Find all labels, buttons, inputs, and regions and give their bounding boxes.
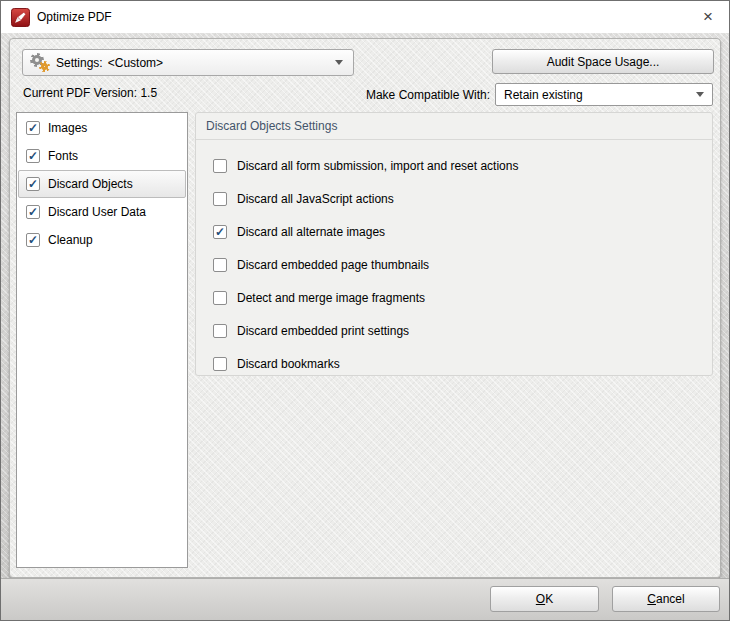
checkbox-icon[interactable] bbox=[213, 258, 227, 272]
group-separator bbox=[196, 139, 712, 140]
checkbox-icon[interactable]: ✓ bbox=[26, 233, 40, 247]
settings-label: Settings: bbox=[56, 56, 103, 70]
discard-objects-settings-group: Discard Objects Settings Discard all for… bbox=[195, 112, 713, 376]
option-row[interactable]: ✓ Discard all alternate images bbox=[196, 215, 712, 248]
checkbox-icon[interactable]: ✓ bbox=[213, 225, 227, 239]
checkbox-icon[interactable] bbox=[213, 324, 227, 338]
cancel-button[interactable]: Cancel bbox=[612, 586, 720, 612]
option-label: Discard bookmarks bbox=[237, 357, 340, 371]
category-label: Cleanup bbox=[48, 233, 93, 247]
category-label: Discard Objects bbox=[48, 177, 133, 191]
group-title: Discard Objects Settings bbox=[196, 113, 712, 133]
settings-gears-icon bbox=[30, 53, 51, 73]
checkbox-icon[interactable] bbox=[213, 192, 227, 206]
category-item[interactable]: ✓ Discard User Data bbox=[18, 198, 186, 226]
category-item[interactable]: ✓ Discard Objects bbox=[18, 170, 186, 198]
category-item[interactable]: ✓ Images bbox=[18, 114, 186, 142]
category-label: Fonts bbox=[48, 149, 78, 163]
option-row[interactable]: Detect and merge image fragments bbox=[196, 281, 712, 314]
option-label: Discard all JavaScript actions bbox=[237, 192, 394, 206]
option-label: Discard embedded print settings bbox=[237, 324, 409, 338]
option-label: Detect and merge image fragments bbox=[237, 291, 425, 305]
footer-bar: OK Cancel bbox=[1, 578, 729, 621]
current-pdf-version-label: Current PDF Version: 1.5 bbox=[23, 86, 157, 100]
category-item[interactable]: ✓ Cleanup bbox=[18, 226, 186, 254]
checkbox-icon[interactable]: ✓ bbox=[26, 121, 40, 135]
option-row[interactable]: Discard embedded page thumbnails bbox=[196, 248, 712, 281]
option-row[interactable]: Discard embedded print settings bbox=[196, 314, 712, 347]
category-item[interactable]: ✓ Fonts bbox=[18, 142, 186, 170]
checkbox-icon[interactable]: ✓ bbox=[26, 149, 40, 163]
close-icon[interactable]: × bbox=[693, 3, 723, 31]
category-list: ✓ Images ✓ Fonts ✓ Discard Objects ✓ Dis… bbox=[16, 112, 188, 568]
app-icon bbox=[11, 8, 30, 27]
checkbox-icon[interactable] bbox=[213, 159, 227, 173]
dropdown-arrow-icon bbox=[335, 60, 343, 65]
window-title: Optimize PDF bbox=[37, 10, 112, 24]
checkbox-icon[interactable]: ✓ bbox=[26, 177, 40, 191]
dropdown-arrow-icon bbox=[696, 92, 704, 97]
settings-dropdown[interactable]: Settings: <Custom> bbox=[22, 49, 354, 76]
options-list: Discard all form submission, import and … bbox=[196, 149, 712, 380]
optimize-pdf-dialog: Optimize PDF × Settings: <Custom> Audit … bbox=[0, 0, 730, 621]
option-label: Discard embedded page thumbnails bbox=[237, 258, 429, 272]
dialog-body: Settings: <Custom> Audit Space Usage... … bbox=[1, 33, 729, 621]
option-row[interactable]: Discard all JavaScript actions bbox=[196, 182, 712, 215]
main-panel: Settings: <Custom> Audit Space Usage... … bbox=[9, 38, 721, 578]
checkbox-icon[interactable] bbox=[213, 291, 227, 305]
audit-space-usage-button[interactable]: Audit Space Usage... bbox=[492, 49, 714, 74]
titlebar: Optimize PDF × bbox=[1, 1, 729, 33]
make-compatible-value: Retain existing bbox=[504, 88, 583, 102]
option-label: Discard all form submission, import and … bbox=[237, 159, 518, 173]
option-row[interactable]: Discard all form submission, import and … bbox=[196, 149, 712, 182]
checkbox-icon[interactable] bbox=[213, 357, 227, 371]
make-compatible-select[interactable]: Retain existing bbox=[495, 83, 713, 106]
settings-value: <Custom> bbox=[108, 56, 163, 70]
option-row[interactable]: Discard bookmarks bbox=[196, 347, 712, 380]
ok-button[interactable]: OK bbox=[490, 586, 599, 612]
category-label: Images bbox=[48, 121, 87, 135]
option-label: Discard all alternate images bbox=[237, 225, 385, 239]
make-compatible-label: Make Compatible With: bbox=[260, 88, 490, 102]
category-label: Discard User Data bbox=[48, 205, 146, 219]
checkbox-icon[interactable]: ✓ bbox=[26, 205, 40, 219]
